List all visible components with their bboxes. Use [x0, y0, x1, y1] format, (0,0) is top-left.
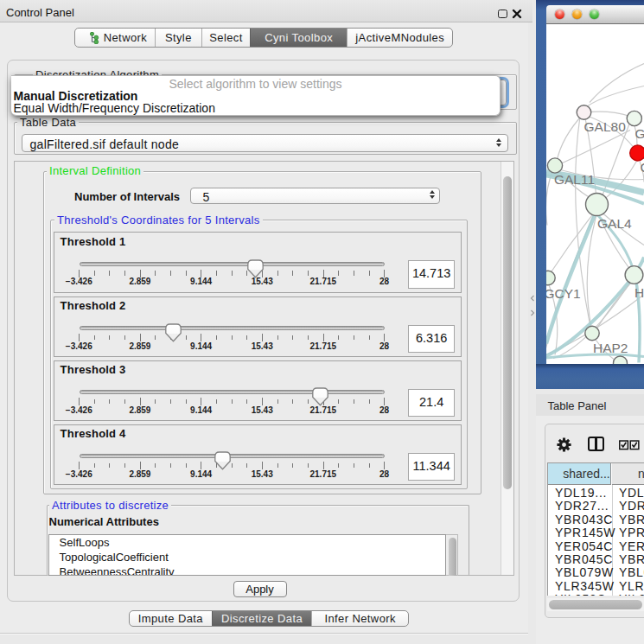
svg-text:HAP2: HAP2 [593, 340, 628, 354]
svg-text:CD: CD [641, 160, 644, 175]
svg-text:GAL11: GAL11 [554, 172, 595, 187]
svg-text:GCY1: GCY1 [546, 285, 581, 300]
svg-text:HIS4: HIS4 [634, 284, 644, 299]
svg-text:GAL4: GAL4 [597, 215, 632, 230]
svg-text:GAL80: GAL80 [584, 119, 627, 134]
svg-text:GA.: GA. [635, 126, 644, 141]
